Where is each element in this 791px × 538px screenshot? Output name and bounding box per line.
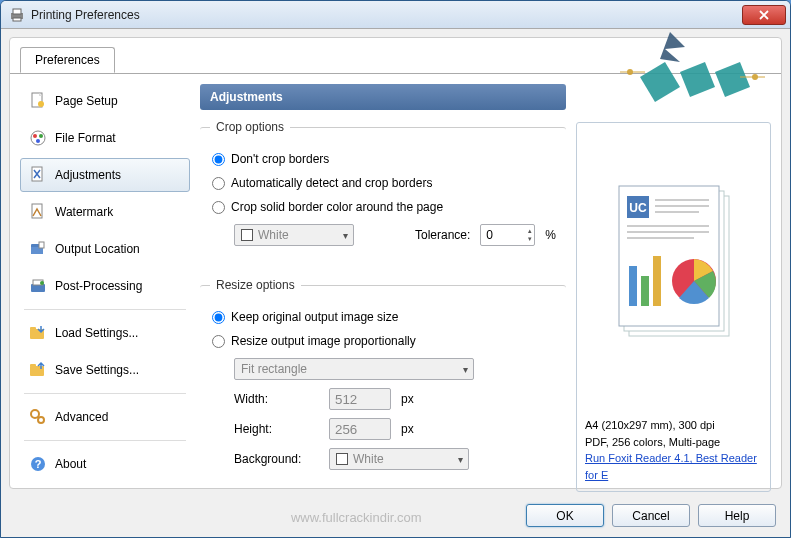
ok-button[interactable]: OK bbox=[526, 504, 604, 527]
color-swatch bbox=[336, 453, 348, 465]
preview-info: A4 (210x297 mm), 300 dpi PDF, 256 colors… bbox=[585, 417, 762, 483]
nav-save-settings[interactable]: Save Settings... bbox=[20, 353, 190, 387]
radio-label: Crop solid border color around the page bbox=[231, 200, 443, 214]
svg-point-21 bbox=[31, 410, 39, 418]
resize-options-group: Resize options Keep original output imag… bbox=[200, 278, 566, 488]
width-label: Width: bbox=[234, 392, 319, 406]
separator bbox=[24, 309, 186, 310]
unit-label: px bbox=[401, 392, 414, 406]
svg-marker-42 bbox=[680, 62, 715, 97]
radio-input[interactable] bbox=[212, 335, 225, 348]
file-format-icon bbox=[29, 129, 47, 147]
resize-radio-proportional[interactable]: Resize output image proportionally bbox=[212, 334, 556, 348]
tab-content: Page Setup File Format Adjustments Water… bbox=[10, 73, 781, 503]
nav-watermark[interactable]: Watermark bbox=[20, 195, 190, 229]
output-location-icon bbox=[29, 240, 47, 258]
preview-image: UC bbox=[585, 131, 762, 411]
svg-rect-18 bbox=[30, 327, 36, 330]
save-settings-icon bbox=[29, 361, 47, 379]
svg-point-8 bbox=[36, 139, 40, 143]
load-settings-icon bbox=[29, 324, 47, 342]
crop-radio-auto[interactable]: Automatically detect and crop borders bbox=[212, 176, 556, 190]
tolerance-unit: % bbox=[545, 228, 556, 242]
svg-rect-36 bbox=[629, 266, 637, 306]
settings-column: Adjustments Crop options Don't crop bord… bbox=[200, 84, 566, 493]
svg-marker-41 bbox=[640, 62, 680, 102]
separator bbox=[24, 393, 186, 394]
nav-about[interactable]: ? About bbox=[20, 447, 190, 481]
watermark-icon bbox=[29, 203, 47, 221]
nav-label: Save Settings... bbox=[55, 363, 139, 377]
nav-post-processing[interactable]: Post-Processing bbox=[20, 269, 190, 303]
nav-output-location[interactable]: Output Location bbox=[20, 232, 190, 266]
fit-mode-select[interactable]: Fit rectangle bbox=[234, 358, 474, 380]
svg-rect-20 bbox=[30, 364, 36, 367]
nav-label: Watermark bbox=[55, 205, 113, 219]
advanced-icon bbox=[29, 408, 47, 426]
nav-label: Load Settings... bbox=[55, 326, 138, 340]
main-panel: Adjustments Crop options Don't crop bord… bbox=[200, 84, 771, 493]
crop-legend: Crop options bbox=[210, 120, 290, 134]
spinner-value: 0 bbox=[486, 228, 493, 242]
radio-input[interactable] bbox=[212, 201, 225, 214]
nav-label: About bbox=[55, 457, 86, 471]
cancel-button[interactable]: Cancel bbox=[612, 504, 690, 527]
dialog-window: Printing Preferences Preferences Page Se… bbox=[0, 0, 791, 538]
svg-text:?: ? bbox=[35, 458, 42, 470]
crop-color-select[interactable]: White bbox=[234, 224, 354, 246]
tolerance-spinner[interactable]: 0 bbox=[480, 224, 535, 246]
svg-rect-38 bbox=[653, 256, 661, 306]
close-button[interactable] bbox=[742, 5, 786, 25]
page-setup-icon bbox=[29, 92, 47, 110]
separator bbox=[24, 440, 186, 441]
radio-input[interactable] bbox=[212, 177, 225, 190]
crop-radio-solid[interactable]: Crop solid border color around the page bbox=[212, 200, 556, 214]
svg-rect-2 bbox=[13, 18, 21, 21]
panel-header: Adjustments bbox=[200, 84, 566, 110]
resize-legend: Resize options bbox=[210, 278, 301, 292]
nav-label: File Format bbox=[55, 131, 116, 145]
watermark-text: www.fullcrackindir.com bbox=[291, 510, 422, 525]
svg-rect-13 bbox=[39, 242, 44, 248]
radio-input[interactable] bbox=[212, 311, 225, 324]
document-preview-icon: UC bbox=[599, 176, 749, 366]
radio-label: Don't crop borders bbox=[231, 152, 329, 166]
nav-load-settings[interactable]: Load Settings... bbox=[20, 316, 190, 350]
background-label: Background: bbox=[234, 452, 319, 466]
help-button[interactable]: Help bbox=[698, 504, 776, 527]
radio-input[interactable] bbox=[212, 153, 225, 166]
radio-label: Resize output image proportionally bbox=[231, 334, 416, 348]
svg-point-22 bbox=[38, 417, 44, 423]
nav-file-format[interactable]: File Format bbox=[20, 121, 190, 155]
svg-marker-40 bbox=[660, 32, 685, 62]
crop-radio-none[interactable]: Don't crop borders bbox=[212, 152, 556, 166]
select-value: Fit rectangle bbox=[241, 362, 307, 376]
svg-rect-37 bbox=[641, 276, 649, 306]
post-processing-icon bbox=[29, 277, 47, 295]
background-color-select[interactable]: White bbox=[329, 448, 469, 470]
svg-point-4 bbox=[38, 101, 44, 107]
crop-options-group: Crop options Don't crop borders Automati… bbox=[200, 120, 566, 264]
svg-point-6 bbox=[33, 134, 37, 138]
nav-advanced[interactable]: Advanced bbox=[20, 400, 190, 434]
radio-label: Automatically detect and crop borders bbox=[231, 176, 432, 190]
svg-text:UC: UC bbox=[629, 201, 647, 215]
svg-marker-43 bbox=[715, 62, 750, 97]
printer-icon bbox=[9, 7, 25, 23]
nav-page-setup[interactable]: Page Setup bbox=[20, 84, 190, 118]
width-input[interactable] bbox=[329, 388, 391, 410]
adjustments-icon bbox=[29, 166, 47, 184]
window-title: Printing Preferences bbox=[31, 8, 742, 22]
select-value: White bbox=[353, 452, 384, 466]
tab-preferences[interactable]: Preferences bbox=[20, 47, 115, 73]
preview-link[interactable]: Run Foxit Reader 4.1, Best Reader for E bbox=[585, 452, 757, 481]
close-icon bbox=[759, 10, 769, 20]
nav-adjustments[interactable]: Adjustments bbox=[20, 158, 190, 192]
resize-radio-keep[interactable]: Keep original output image size bbox=[212, 310, 556, 324]
height-input[interactable] bbox=[329, 418, 391, 440]
nav-label: Post-Processing bbox=[55, 279, 142, 293]
height-label: Height: bbox=[234, 422, 319, 436]
unit-label: px bbox=[401, 422, 414, 436]
titlebar: Printing Preferences bbox=[1, 1, 790, 29]
color-swatch bbox=[241, 229, 253, 241]
